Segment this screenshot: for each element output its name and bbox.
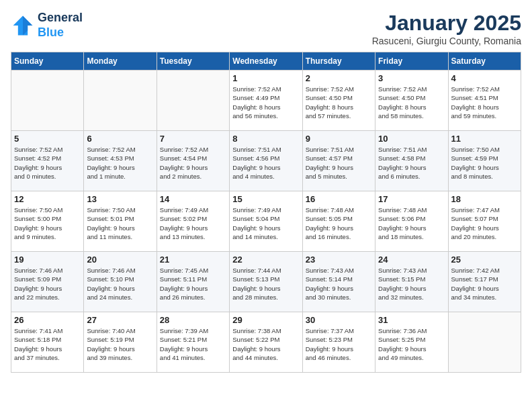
calendar-cell: 1Sunrise: 7:52 AM Sunset: 4:49 PM Daylig… <box>230 71 302 131</box>
calendar-cell: 11Sunrise: 7:50 AM Sunset: 4:59 PM Dayli… <box>448 131 521 191</box>
calendar-title: January 2025 <box>372 11 521 36</box>
logo-text-blue: Blue <box>38 26 83 40</box>
day-info: Sunrise: 7:50 AM Sunset: 5:01 PM Dayligh… <box>87 205 153 241</box>
day-info: Sunrise: 7:51 AM Sunset: 4:58 PM Dayligh… <box>378 145 445 181</box>
calendar-cell: 24Sunrise: 7:43 AM Sunset: 5:15 PM Dayli… <box>375 252 448 312</box>
calendar-table: SundayMondayTuesdayWednesdayThursdayFrid… <box>11 52 521 373</box>
calendar-cell: 31Sunrise: 7:36 AM Sunset: 5:25 PM Dayli… <box>375 312 448 373</box>
day-number: 30 <box>306 315 372 325</box>
day-info: Sunrise: 7:52 AM Sunset: 4:52 PM Dayligh… <box>14 145 81 181</box>
day-info: Sunrise: 7:45 AM Sunset: 5:11 PM Dayligh… <box>160 266 226 302</box>
calendar-cell: 27Sunrise: 7:40 AM Sunset: 5:19 PM Dayli… <box>84 312 157 373</box>
day-info: Sunrise: 7:44 AM Sunset: 5:13 PM Dayligh… <box>232 266 299 302</box>
calendar-week-row: 19Sunrise: 7:46 AM Sunset: 5:09 PM Dayli… <box>11 252 521 312</box>
day-number: 4 <box>451 73 518 83</box>
calendar-cell: 12Sunrise: 7:50 AM Sunset: 5:00 PM Dayli… <box>11 191 84 252</box>
weekday-header-thursday: Thursday <box>302 52 375 71</box>
weekday-header-monday: Monday <box>84 52 157 71</box>
day-number: 5 <box>14 134 81 144</box>
calendar-cell: 14Sunrise: 7:49 AM Sunset: 5:02 PM Dayli… <box>157 191 229 252</box>
day-number: 8 <box>232 134 299 144</box>
day-info: Sunrise: 7:48 AM Sunset: 5:06 PM Dayligh… <box>378 205 445 241</box>
day-number: 29 <box>232 315 299 325</box>
day-info: Sunrise: 7:43 AM Sunset: 5:15 PM Dayligh… <box>378 266 445 302</box>
day-number: 19 <box>14 255 81 265</box>
calendar-week-row: 5Sunrise: 7:52 AM Sunset: 4:52 PM Daylig… <box>11 131 521 191</box>
calendar-week-row: 1Sunrise: 7:52 AM Sunset: 4:49 PM Daylig… <box>11 71 521 131</box>
day-info: Sunrise: 7:41 AM Sunset: 5:18 PM Dayligh… <box>14 326 81 362</box>
calendar-cell: 7Sunrise: 7:52 AM Sunset: 4:54 PM Daylig… <box>157 131 229 191</box>
logo-icon <box>11 13 35 38</box>
day-number: 25 <box>451 255 518 265</box>
day-info: Sunrise: 7:49 AM Sunset: 5:04 PM Dayligh… <box>232 205 299 241</box>
day-number: 18 <box>451 194 518 204</box>
calendar-week-row: 26Sunrise: 7:41 AM Sunset: 5:18 PM Dayli… <box>11 312 521 373</box>
weekday-header-friday: Friday <box>375 52 448 71</box>
weekday-header-tuesday: Tuesday <box>157 52 229 71</box>
weekday-header-saturday: Saturday <box>448 52 521 71</box>
calendar-cell: 10Sunrise: 7:51 AM Sunset: 4:58 PM Dayli… <box>375 131 448 191</box>
day-info: Sunrise: 7:52 AM Sunset: 4:49 PM Dayligh… <box>232 85 299 120</box>
day-number: 10 <box>378 134 445 144</box>
day-info: Sunrise: 7:48 AM Sunset: 5:05 PM Dayligh… <box>306 205 372 241</box>
day-number: 31 <box>378 315 445 325</box>
calendar-cell: 19Sunrise: 7:46 AM Sunset: 5:09 PM Dayli… <box>11 252 84 312</box>
calendar-cell: 17Sunrise: 7:48 AM Sunset: 5:06 PM Dayli… <box>375 191 448 252</box>
day-info: Sunrise: 7:37 AM Sunset: 5:23 PM Dayligh… <box>306 326 372 362</box>
day-info: Sunrise: 7:52 AM Sunset: 4:50 PM Dayligh… <box>306 85 372 120</box>
day-info: Sunrise: 7:47 AM Sunset: 5:07 PM Dayligh… <box>451 205 518 241</box>
day-info: Sunrise: 7:46 AM Sunset: 5:10 PM Dayligh… <box>87 266 153 302</box>
day-number: 12 <box>14 194 81 204</box>
day-number: 20 <box>87 255 153 265</box>
calendar-cell: 22Sunrise: 7:44 AM Sunset: 5:13 PM Dayli… <box>230 252 302 312</box>
day-info: Sunrise: 7:40 AM Sunset: 5:19 PM Dayligh… <box>87 326 153 362</box>
weekday-header-row: SundayMondayTuesdayWednesdayThursdayFrid… <box>11 52 521 71</box>
day-number: 14 <box>160 194 226 204</box>
day-info: Sunrise: 7:50 AM Sunset: 4:59 PM Dayligh… <box>451 145 518 181</box>
calendar-cell: 6Sunrise: 7:52 AM Sunset: 4:53 PM Daylig… <box>84 131 157 191</box>
day-info: Sunrise: 7:52 AM Sunset: 4:54 PM Dayligh… <box>160 145 226 181</box>
weekday-header-sunday: Sunday <box>11 52 84 71</box>
day-info: Sunrise: 7:52 AM Sunset: 4:53 PM Dayligh… <box>87 145 153 181</box>
calendar-cell: 29Sunrise: 7:38 AM Sunset: 5:22 PM Dayli… <box>230 312 302 373</box>
logo: General Blue <box>11 11 83 40</box>
calendar-cell: 30Sunrise: 7:37 AM Sunset: 5:23 PM Dayli… <box>302 312 375 373</box>
day-number: 17 <box>378 194 445 204</box>
calendar-subtitle: Rasuceni, Giurgiu County, Romania <box>372 36 521 46</box>
day-number: 6 <box>87 134 153 144</box>
calendar-cell <box>84 71 157 131</box>
title-area: January 2025 Rasuceni, Giurgiu County, R… <box>372 11 521 46</box>
day-info: Sunrise: 7:38 AM Sunset: 5:22 PM Dayligh… <box>232 326 299 362</box>
day-info: Sunrise: 7:42 AM Sunset: 5:17 PM Dayligh… <box>451 266 518 302</box>
day-info: Sunrise: 7:51 AM Sunset: 4:57 PM Dayligh… <box>306 145 372 181</box>
calendar-cell: 2Sunrise: 7:52 AM Sunset: 4:50 PM Daylig… <box>302 71 375 131</box>
day-info: Sunrise: 7:50 AM Sunset: 5:00 PM Dayligh… <box>14 205 81 241</box>
day-number: 16 <box>306 194 372 204</box>
calendar-cell <box>11 71 84 131</box>
calendar-cell: 20Sunrise: 7:46 AM Sunset: 5:10 PM Dayli… <box>84 252 157 312</box>
day-number: 3 <box>378 73 445 83</box>
calendar-cell <box>448 312 521 373</box>
day-number: 7 <box>160 134 226 144</box>
day-number: 24 <box>378 255 445 265</box>
day-number: 13 <box>87 194 153 204</box>
day-info: Sunrise: 7:52 AM Sunset: 4:51 PM Dayligh… <box>451 85 518 120</box>
calendar-cell: 25Sunrise: 7:42 AM Sunset: 5:17 PM Dayli… <box>448 252 521 312</box>
day-info: Sunrise: 7:36 AM Sunset: 5:25 PM Dayligh… <box>378 326 445 362</box>
day-number: 22 <box>232 255 299 265</box>
calendar-cell: 8Sunrise: 7:51 AM Sunset: 4:56 PM Daylig… <box>230 131 302 191</box>
calendar-cell: 3Sunrise: 7:52 AM Sunset: 4:50 PM Daylig… <box>375 71 448 131</box>
calendar-cell: 26Sunrise: 7:41 AM Sunset: 5:18 PM Dayli… <box>11 312 84 373</box>
weekday-header-wednesday: Wednesday <box>230 52 302 71</box>
calendar-cell: 23Sunrise: 7:43 AM Sunset: 5:14 PM Dayli… <box>302 252 375 312</box>
calendar-week-row: 12Sunrise: 7:50 AM Sunset: 5:00 PM Dayli… <box>11 191 521 252</box>
calendar-cell: 21Sunrise: 7:45 AM Sunset: 5:11 PM Dayli… <box>157 252 229 312</box>
day-info: Sunrise: 7:46 AM Sunset: 5:09 PM Dayligh… <box>14 266 81 302</box>
calendar-cell: 13Sunrise: 7:50 AM Sunset: 5:01 PM Dayli… <box>84 191 157 252</box>
day-number: 27 <box>87 315 153 325</box>
calendar-cell: 9Sunrise: 7:51 AM Sunset: 4:57 PM Daylig… <box>302 131 375 191</box>
day-info: Sunrise: 7:39 AM Sunset: 5:21 PM Dayligh… <box>160 326 226 362</box>
day-info: Sunrise: 7:49 AM Sunset: 5:02 PM Dayligh… <box>160 205 226 241</box>
day-info: Sunrise: 7:52 AM Sunset: 4:50 PM Dayligh… <box>378 85 445 120</box>
day-number: 21 <box>160 255 226 265</box>
